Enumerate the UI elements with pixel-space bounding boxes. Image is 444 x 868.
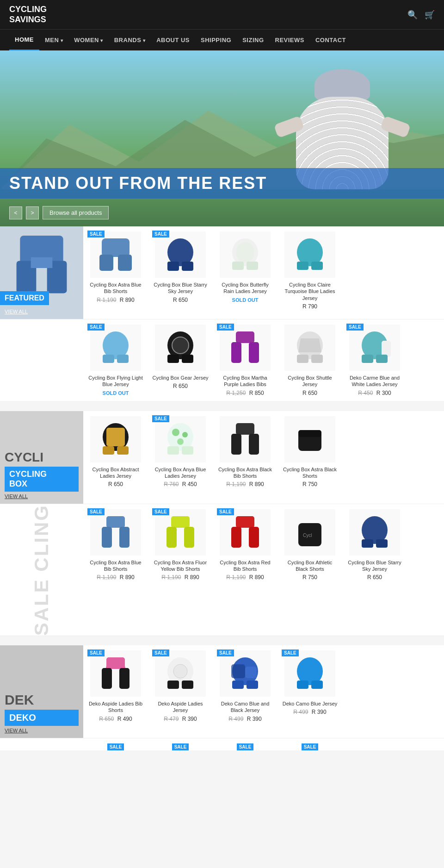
product-image [155,231,206,278]
sale-price: R 750 [302,574,317,581]
sale-badge: SALE [87,508,105,515]
svg-point-72 [173,664,187,678]
nav-shipping[interactable]: SHIPPING [195,30,237,50]
brand-logo[interactable]: CYCLING SAVINGS [9,5,47,25]
product-card[interactable]: Cycling Box Claire Turquoise Blue Ladies… [278,226,342,319]
product-name: Deko Carme Blue and White Ladies Jersey [346,375,403,388]
product-card[interactable]: Cycling Box Abstract Ladies Jersey R 650 [83,411,148,504]
hero-banner: STAND OUT FROM THE REST < > Browse all p… [0,50,444,226]
svg-rect-58 [236,516,254,528]
original-price: R 479 [164,716,179,722]
row-divider [0,636,444,645]
original-price: R 650 [99,716,114,722]
nav-sizing[interactable]: SIZING [237,30,269,50]
sale-price: R 890 [249,574,264,581]
product-image [90,650,141,697]
deko-view-all[interactable]: VIEW ALL [5,728,79,733]
top-header: CYCLING SAVINGS 🔍 🛒 [0,0,444,29]
product-card[interactable]: Cycling Box Butterfly Rain Ladies Jersey… [213,226,278,319]
svg-rect-74 [182,681,193,689]
product-name: Cycling Box Blue Starry Sky Jersey [152,281,209,295]
product-name: Cycling Box Martha Purple Ladies Bibs [217,375,273,388]
search-icon[interactable]: 🔍 [407,10,418,20]
svg-rect-24 [167,355,179,363]
product-card[interactable]: Cycl Cycling Box Athletic Black Shorts R… [278,504,342,636]
nav-contact[interactable]: CONTACT [310,30,352,50]
product-card[interactable]: SALE Deko Carme Blue and White Ladies Je… [342,319,407,401]
product-price: R 650 [152,297,209,303]
product-card[interactable]: SALE Deko Aspide Ladies Jersey R 479 R 3… [148,645,213,738]
product-card[interactable]: Cycling Box Astra Black Bib Shorts R 1,1… [213,411,278,504]
product-card[interactable]: Cycling Box Astra Black Shorts R 750 [278,411,342,504]
product-card[interactable]: SALE Cycling Box Astra Blue Bib Shorts R… [83,504,148,636]
product-card[interactable]: SALE Deko Aspide Ladies Bib Shorts R 650… [83,645,148,738]
featured-view-all[interactable]: VIEW ALL [5,309,28,314]
cyclingbox-view-all[interactable]: VIEW ALL [5,493,79,499]
browse-all-btn[interactable]: Browse all products [43,206,109,219]
svg-rect-17 [297,262,308,270]
sale-price: R 650 [302,390,317,396]
product-card[interactable]: SALE Cycling Box Astra Fluor Yellow Bib … [148,504,213,636]
sale-price: R 650 [173,383,188,389]
svg-rect-52 [106,516,125,528]
product-name: Cycling Box Astra Fluor Yellow Bib Short… [152,559,209,573]
product-price: R 1,190 R 890 [87,574,144,581]
product-image [284,650,335,697]
svg-rect-32 [311,355,323,363]
product-card[interactable]: SALE Cycling Box Blue Starry Sky Jersey … [148,226,213,319]
header-icons: 🔍 🛒 [407,10,435,20]
sale-badge: SALE [107,743,124,750]
nav-women[interactable]: WOMEN [68,30,109,50]
product-grid-row5: SALE Deko Aspide Ladies Bib Shorts R 650… [83,645,444,738]
nav-home[interactable]: HOME [9,30,39,50]
product-card[interactable]: Cycling Box Blue Starry Sky Jersey R 650 [342,504,407,636]
svg-rect-25 [182,355,193,363]
svg-rect-81 [297,681,308,689]
product-image [349,325,400,371]
bottom-badge-3: SALE [213,742,278,750]
cart-icon[interactable]: 🛒 [425,10,435,20]
featured-label: FEATURED [0,291,49,305]
svg-rect-76 [231,664,245,678]
product-card[interactable]: SALE Deko Camo Blue and Black Jersey R 4… [213,645,278,738]
svg-rect-35 [362,355,373,363]
product-card[interactable]: Cycling Box Gear Jersey R 650 [148,319,213,401]
cyclingbox-bg-text: Cycli [5,451,79,464]
nav-reviews[interactable]: REVIEWS [270,30,310,50]
product-card[interactable]: SALE Cycling Box Astra Red Bib Shorts R … [213,504,278,636]
product-name: Cycling Box Claire Turquoise Blue Ladies… [282,281,338,301]
svg-point-43 [182,432,188,437]
svg-point-42 [172,429,179,436]
sale-price: R 300 [376,390,391,396]
sale-badge: SALE [87,324,105,331]
svg-rect-65 [376,539,388,548]
sale-badge: SALE [87,649,105,656]
hero-next-btn[interactable]: > [26,206,39,219]
original-price: R 1,190 [161,574,181,581]
product-card[interactable]: SALE Cycling Box Anya Blue Ladies Jersey… [148,411,213,504]
sale-price: R 390 [312,709,327,715]
sale-badge: SALE [217,324,234,331]
svg-point-23 [172,337,189,354]
nav-about[interactable]: ABOUT US [151,30,195,50]
row-cyclingbox: Cycli CYCLING BOX VIEW ALL Cycling Box A… [0,411,444,504]
hero-prev-btn[interactable]: < [9,206,22,219]
product-price: R 450 R 300 [346,390,403,396]
sale-badge: SALE [152,508,169,515]
product-name: Cycling Box Butterfly Rain Ladies Jersey [217,281,273,295]
original-price: R 450 [358,390,373,396]
product-card[interactable]: SALE Cycling Box Flying Light Blue Jerse… [83,319,148,401]
svg-rect-56 [166,527,177,548]
hero-headline: STAND OUT FROM THE REST [9,174,435,193]
nav-brands[interactable]: BRANDS [109,30,151,50]
nav-men[interactable]: MEN [39,30,68,50]
product-card[interactable]: Cycling Box Shuttle Jersey R 650 [278,319,342,401]
product-card[interactable]: SALE Cycling Box Martha Purple Ladies Bi… [213,319,278,401]
svg-rect-8 [118,255,132,271]
svg-rect-46 [182,446,193,455]
svg-rect-68 [119,668,130,689]
hero-controls: < > Browse all products [9,206,109,219]
product-card[interactable]: SALE Deko Camo Blue Jersey R 499 R 390 [278,645,342,738]
product-card[interactable]: SALE Cycling Box Astra Blue Bib Shorts R… [83,226,148,319]
product-grid-row2: SALE Cycling Box Flying Light Blue Jerse… [83,319,444,401]
